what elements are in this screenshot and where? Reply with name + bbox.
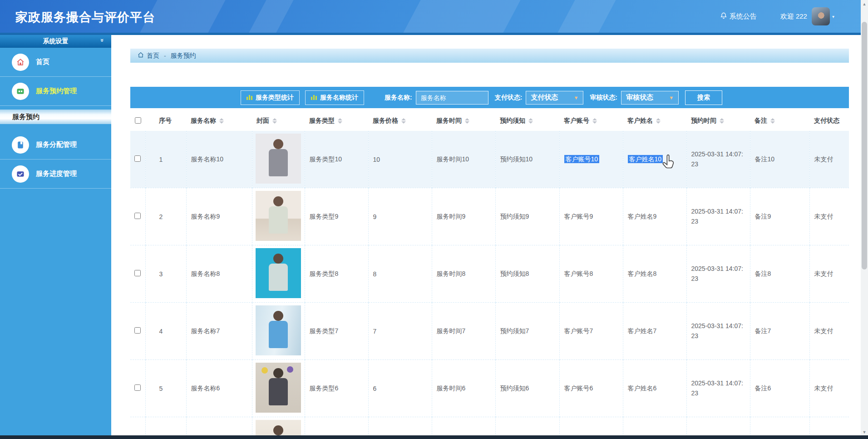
remark-value: 备注9 bbox=[755, 213, 771, 220]
account-cell: 客户账号6 bbox=[559, 360, 623, 417]
service_name-cell: 服务名称6 bbox=[186, 360, 252, 417]
service-name-stats-button[interactable]: 服务名称统计 bbox=[305, 90, 364, 105]
booked_at-value: 2025-03-31 14:07:23 bbox=[691, 321, 747, 341]
sort-icon[interactable] bbox=[656, 118, 661, 124]
column-header[interactable]: 客户账号 bbox=[559, 111, 623, 131]
service-table-wrap: 序号服务名称封面服务类型服务价格服务时间预约须知客户账号客户姓名预约时间备注支付… bbox=[130, 111, 849, 439]
seq-value: 4 bbox=[159, 328, 163, 335]
column-header[interactable]: 预约须知 bbox=[495, 111, 559, 131]
sort-icon[interactable] bbox=[592, 118, 597, 124]
row-checkbox[interactable] bbox=[134, 327, 141, 334]
sort-icon[interactable] bbox=[720, 118, 724, 124]
sort-icon[interactable] bbox=[272, 118, 277, 124]
price-cell: 6 bbox=[368, 360, 432, 417]
horizontal-scrollbar[interactable] bbox=[0, 435, 868, 439]
audit-status-select[interactable]: 审核状态 ▼ bbox=[621, 91, 679, 105]
row-checkbox[interactable] bbox=[134, 213, 141, 219]
bar-chart-icon bbox=[311, 94, 317, 101]
sidebar-item-active[interactable]: 服务预约 bbox=[0, 110, 111, 124]
booked_at-cell: 2025-03-31 14:07:23 bbox=[686, 245, 750, 303]
service_name-value: 服务名称10 bbox=[191, 155, 224, 163]
customer-value: 客户姓名8 bbox=[628, 270, 657, 277]
column-header[interactable]: 服务类型 bbox=[305, 111, 368, 131]
price-value: 9 bbox=[373, 213, 377, 220]
service_name-value: 服务名称6 bbox=[191, 384, 220, 392]
sort-icon[interactable] bbox=[465, 118, 469, 124]
vertical-scrollbar[interactable]: ▲ ▼ bbox=[861, 0, 868, 435]
cover-photo[interactable] bbox=[256, 134, 301, 184]
service_type-value: 服务类型6 bbox=[310, 384, 339, 392]
remark-value: 备注7 bbox=[755, 327, 771, 334]
sidebar-item[interactable]: 服务进度管理 bbox=[0, 160, 111, 189]
breadcrumb-home[interactable]: 首页 bbox=[147, 52, 159, 60]
select-all-checkbox[interactable] bbox=[135, 117, 141, 124]
service-table: 序号服务名称封面服务类型服务价格服务时间预约须知客户账号客户姓名预约时间备注支付… bbox=[130, 111, 849, 439]
row-checkbox[interactable] bbox=[134, 384, 141, 391]
service_time-value: 服务时间10 bbox=[437, 155, 469, 163]
seq-cell: 3 bbox=[145, 245, 186, 303]
booked_at-cell: 2025-03-31 14:07:23 bbox=[686, 360, 750, 417]
column-header-label: 服务时间 bbox=[436, 117, 462, 125]
service-name-label: 服务名称: bbox=[385, 94, 412, 102]
pay_status-value: 未支付 bbox=[814, 270, 833, 277]
sidebar-header[interactable]: 系统设置 » bbox=[0, 35, 111, 48]
customer-cell: 客户姓名7 bbox=[623, 303, 686, 360]
booked_at-cell: 2025-03-31 14:07:23 bbox=[686, 188, 750, 245]
column-header[interactable]: 备注 bbox=[750, 111, 809, 131]
service-type-stats-button[interactable]: 服务类型统计 bbox=[241, 90, 300, 105]
sort-icon[interactable] bbox=[770, 118, 775, 124]
column-header[interactable]: 封面 bbox=[252, 111, 305, 131]
sidebar-menu: 首页服务预约管理服务预约服务分配管理服务进度管理 bbox=[0, 48, 111, 189]
pay-status-select[interactable]: 支付状态 ▼ bbox=[526, 91, 583, 105]
column-header-label: 服务名称 bbox=[191, 117, 216, 125]
price-value: 7 bbox=[373, 328, 377, 335]
service_type-cell: 服务类型10 bbox=[305, 131, 368, 188]
scroll-up-icon[interactable]: ▲ bbox=[861, 2, 868, 6]
cover-photo[interactable] bbox=[256, 305, 301, 355]
booked_at-value: 2025-03-31 14:07:23 bbox=[691, 264, 747, 284]
sort-icon[interactable] bbox=[528, 118, 533, 124]
header-divider bbox=[0, 33, 868, 35]
progress-mail-icon bbox=[12, 165, 29, 183]
row-checkbox-cell bbox=[130, 131, 145, 188]
scroll-down-icon[interactable]: ▼ bbox=[861, 430, 868, 434]
cover-photo[interactable] bbox=[256, 363, 301, 413]
sort-icon[interactable] bbox=[401, 118, 406, 124]
column-header[interactable]: 客户姓名 bbox=[623, 111, 686, 131]
select-value: 支付状态 bbox=[531, 93, 558, 102]
column-header[interactable]: 服务时间 bbox=[432, 111, 495, 131]
service_name-cell: 服务名称8 bbox=[186, 245, 252, 303]
notice-value: 预约须知7 bbox=[500, 327, 529, 334]
header-decoration bbox=[546, 0, 621, 33]
sidebar-item[interactable]: 服务预约管理 bbox=[0, 77, 111, 106]
remark-value: 备注10 bbox=[755, 155, 775, 163]
price-value: 10 bbox=[373, 156, 380, 163]
service-name-input[interactable] bbox=[416, 91, 488, 105]
column-header[interactable]: 服务名称 bbox=[186, 111, 252, 131]
audit-status-label: 审核状态: bbox=[590, 94, 617, 102]
pay_status-value: 未支付 bbox=[814, 384, 833, 392]
service_time-cell: 服务时间10 bbox=[432, 131, 495, 188]
column-header[interactable]: 预约时间 bbox=[686, 111, 750, 131]
sort-icon[interactable] bbox=[338, 118, 342, 124]
sort-icon[interactable] bbox=[219, 118, 224, 124]
service_name-value: 服务名称9 bbox=[191, 213, 220, 220]
cover-photo[interactable] bbox=[256, 191, 301, 241]
remark-value: 备注6 bbox=[755, 384, 771, 392]
search-button[interactable]: 搜索 bbox=[685, 90, 722, 105]
remark-cell: 备注9 bbox=[750, 188, 809, 245]
customer-cell: 客户姓名6 bbox=[623, 360, 686, 417]
service_time-value: 服务时间8 bbox=[437, 270, 466, 277]
row-checkbox[interactable] bbox=[134, 155, 141, 162]
column-header[interactable]: 服务价格 bbox=[368, 111, 432, 131]
row-checkbox-cell bbox=[130, 360, 145, 417]
scrollbar-thumb[interactable] bbox=[862, 22, 867, 269]
sidebar-item[interactable]: 服务分配管理 bbox=[0, 130, 111, 160]
cover-photo[interactable] bbox=[256, 248, 301, 298]
row-checkbox-cell bbox=[130, 188, 145, 245]
sidebar-item[interactable]: 首页 bbox=[0, 48, 111, 77]
avatar[interactable] bbox=[812, 7, 830, 25]
row-checkbox-cell bbox=[130, 303, 145, 360]
row-checkbox[interactable] bbox=[134, 270, 141, 276]
announcement-link[interactable]: 系统公告 bbox=[720, 12, 757, 21]
